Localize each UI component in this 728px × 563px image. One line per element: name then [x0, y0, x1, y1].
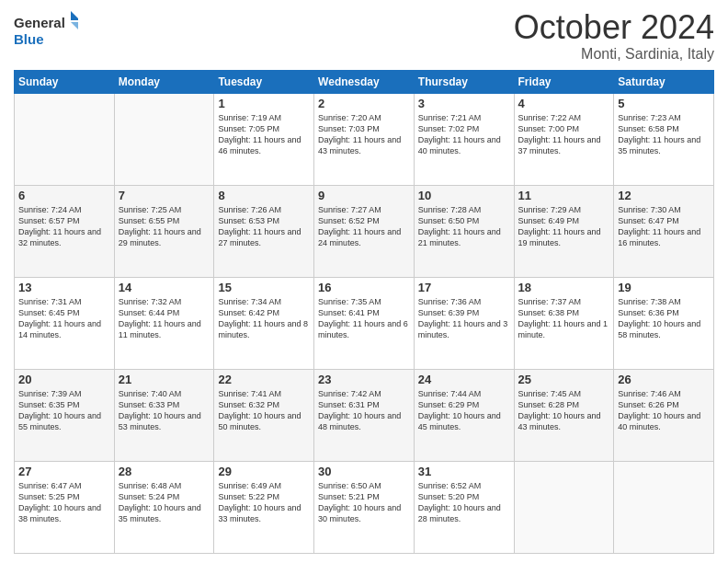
day-info: Sunrise: 7:22 AM Sunset: 7:00 PM Dayligh… — [518, 112, 610, 157]
calendar-cell: 28Sunrise: 6:48 AM Sunset: 5:24 PM Dayli… — [114, 461, 214, 553]
day-number: 20 — [18, 373, 110, 386]
calendar-cell: 13Sunrise: 7:31 AM Sunset: 6:45 PM Dayli… — [15, 277, 115, 369]
col-header-tuesday: Tuesday — [214, 70, 314, 93]
day-number: 2 — [318, 97, 410, 110]
day-number: 14 — [119, 281, 210, 294]
day-number: 19 — [618, 281, 710, 294]
day-info: Sunrise: 7:21 AM Sunset: 7:02 PM Dayligh… — [418, 112, 510, 157]
location: Monti, Sardinia, Italy — [514, 46, 714, 63]
col-header-sunday: Sunday — [15, 70, 115, 93]
day-number: 29 — [218, 465, 310, 478]
calendar-cell: 15Sunrise: 7:34 AM Sunset: 6:42 PM Dayli… — [214, 277, 314, 369]
calendar-cell: 18Sunrise: 7:37 AM Sunset: 6:38 PM Dayli… — [514, 277, 614, 369]
day-number: 18 — [518, 281, 610, 294]
day-number: 28 — [119, 465, 210, 478]
day-number: 16 — [318, 281, 410, 294]
day-info: Sunrise: 7:40 AM Sunset: 6:33 PM Dayligh… — [119, 388, 210, 433]
calendar-cell: 27Sunrise: 6:47 AM Sunset: 5:25 PM Dayli… — [15, 461, 115, 553]
day-info: Sunrise: 7:46 AM Sunset: 6:26 PM Dayligh… — [618, 388, 710, 433]
day-number: 15 — [218, 281, 310, 294]
calendar-cell: 19Sunrise: 7:38 AM Sunset: 6:36 PM Dayli… — [614, 277, 714, 369]
day-number: 6 — [18, 189, 110, 202]
page: General Blue October 2024 Monti, Sardini… — [0, 0, 728, 563]
day-number: 30 — [318, 465, 410, 478]
day-number: 4 — [518, 97, 610, 110]
calendar-cell: 30Sunrise: 6:50 AM Sunset: 5:21 PM Dayli… — [314, 461, 415, 553]
col-header-thursday: Thursday — [414, 70, 514, 93]
calendar-cell: 22Sunrise: 7:41 AM Sunset: 6:32 PM Dayli… — [214, 369, 314, 461]
day-info: Sunrise: 7:39 AM Sunset: 6:35 PM Dayligh… — [18, 388, 110, 433]
day-number: 8 — [218, 189, 310, 202]
calendar-cell: 24Sunrise: 7:44 AM Sunset: 6:29 PM Dayli… — [414, 369, 514, 461]
svg-text:General: General — [14, 15, 65, 30]
day-number: 7 — [119, 189, 210, 202]
calendar-cell: 14Sunrise: 7:32 AM Sunset: 6:44 PM Dayli… — [114, 277, 214, 369]
calendar-cell: 3Sunrise: 7:21 AM Sunset: 7:02 PM Daylig… — [414, 93, 514, 185]
calendar-cell: 17Sunrise: 7:36 AM Sunset: 6:39 PM Dayli… — [414, 277, 514, 369]
calendar-cell: 21Sunrise: 7:40 AM Sunset: 6:33 PM Dayli… — [114, 369, 214, 461]
day-info: Sunrise: 7:34 AM Sunset: 6:42 PM Dayligh… — [218, 296, 310, 341]
calendar-cell: 11Sunrise: 7:29 AM Sunset: 6:49 PM Dayli… — [514, 185, 614, 277]
day-info: Sunrise: 7:29 AM Sunset: 6:49 PM Dayligh… — [518, 204, 610, 249]
day-info: Sunrise: 7:36 AM Sunset: 6:39 PM Dayligh… — [418, 296, 510, 341]
day-info: Sunrise: 7:20 AM Sunset: 7:03 PM Dayligh… — [318, 112, 410, 157]
day-info: Sunrise: 7:26 AM Sunset: 6:53 PM Dayligh… — [218, 204, 310, 249]
day-number: 3 — [418, 97, 510, 110]
day-info: Sunrise: 7:27 AM Sunset: 6:52 PM Dayligh… — [318, 204, 410, 249]
calendar-cell: 29Sunrise: 6:49 AM Sunset: 5:22 PM Dayli… — [214, 461, 314, 553]
day-number: 26 — [618, 373, 710, 386]
calendar-cell: 9Sunrise: 7:27 AM Sunset: 6:52 PM Daylig… — [314, 185, 415, 277]
svg-text:Blue: Blue — [14, 31, 44, 47]
calendar-cell: 6Sunrise: 7:24 AM Sunset: 6:57 PM Daylig… — [15, 185, 115, 277]
week-row-1: 1Sunrise: 7:19 AM Sunset: 7:05 PM Daylig… — [15, 93, 714, 185]
calendar-cell: 25Sunrise: 7:45 AM Sunset: 6:28 PM Dayli… — [514, 369, 614, 461]
calendar-cell: 8Sunrise: 7:26 AM Sunset: 6:53 PM Daylig… — [214, 185, 314, 277]
calendar-cell — [514, 461, 614, 553]
day-number: 31 — [418, 465, 510, 478]
calendar-cell: 7Sunrise: 7:25 AM Sunset: 6:55 PM Daylig… — [114, 185, 214, 277]
week-row-3: 13Sunrise: 7:31 AM Sunset: 6:45 PM Dayli… — [15, 277, 714, 369]
col-header-friday: Friday — [514, 70, 614, 93]
calendar-cell — [15, 93, 115, 185]
day-info: Sunrise: 6:48 AM Sunset: 5:24 PM Dayligh… — [119, 480, 210, 525]
calendar-cell: 26Sunrise: 7:46 AM Sunset: 6:26 PM Dayli… — [614, 369, 714, 461]
day-number: 21 — [119, 373, 210, 386]
day-number: 1 — [218, 97, 310, 110]
week-row-5: 27Sunrise: 6:47 AM Sunset: 5:25 PM Dayli… — [15, 461, 714, 553]
svg-marker-3 — [71, 22, 78, 31]
calendar-cell: 23Sunrise: 7:42 AM Sunset: 6:31 PM Dayli… — [314, 369, 415, 461]
day-info: Sunrise: 7:44 AM Sunset: 6:29 PM Dayligh… — [418, 388, 510, 433]
svg-marker-2 — [71, 11, 78, 20]
day-info: Sunrise: 7:45 AM Sunset: 6:28 PM Dayligh… — [518, 388, 610, 433]
calendar-cell — [614, 461, 714, 553]
calendar-cell: 16Sunrise: 7:35 AM Sunset: 6:41 PM Dayli… — [314, 277, 415, 369]
calendar-cell: 2Sunrise: 7:20 AM Sunset: 7:03 PM Daylig… — [314, 93, 415, 185]
calendar-cell: 31Sunrise: 6:52 AM Sunset: 5:20 PM Dayli… — [414, 461, 514, 553]
day-number: 17 — [418, 281, 510, 294]
col-header-monday: Monday — [114, 70, 214, 93]
month-title: October 2024 — [514, 9, 714, 46]
col-header-wednesday: Wednesday — [314, 70, 415, 93]
day-info: Sunrise: 7:28 AM Sunset: 6:50 PM Dayligh… — [418, 204, 510, 249]
day-number: 24 — [418, 373, 510, 386]
day-number: 22 — [218, 373, 310, 386]
day-number: 9 — [318, 189, 410, 202]
day-info: Sunrise: 7:42 AM Sunset: 6:31 PM Dayligh… — [318, 388, 410, 433]
logo: General Blue — [14, 9, 78, 51]
day-info: Sunrise: 7:23 AM Sunset: 6:58 PM Dayligh… — [618, 112, 710, 157]
day-number: 11 — [518, 189, 610, 202]
col-header-saturday: Saturday — [614, 70, 714, 93]
day-info: Sunrise: 7:30 AM Sunset: 6:47 PM Dayligh… — [618, 204, 710, 249]
day-number: 13 — [18, 281, 110, 294]
day-number: 5 — [618, 97, 710, 110]
day-info: Sunrise: 6:49 AM Sunset: 5:22 PM Dayligh… — [218, 480, 310, 525]
day-info: Sunrise: 7:19 AM Sunset: 7:05 PM Dayligh… — [218, 112, 310, 157]
day-number: 23 — [318, 373, 410, 386]
day-info: Sunrise: 7:41 AM Sunset: 6:32 PM Dayligh… — [218, 388, 310, 433]
calendar-cell: 1Sunrise: 7:19 AM Sunset: 7:05 PM Daylig… — [214, 93, 314, 185]
calendar-table: SundayMondayTuesdayWednesdayThursdayFrid… — [14, 70, 714, 554]
day-info: Sunrise: 6:47 AM Sunset: 5:25 PM Dayligh… — [18, 480, 110, 525]
calendar-cell: 12Sunrise: 7:30 AM Sunset: 6:47 PM Dayli… — [614, 185, 714, 277]
day-info: Sunrise: 7:35 AM Sunset: 6:41 PM Dayligh… — [318, 296, 410, 341]
day-info: Sunrise: 7:25 AM Sunset: 6:55 PM Dayligh… — [119, 204, 210, 249]
